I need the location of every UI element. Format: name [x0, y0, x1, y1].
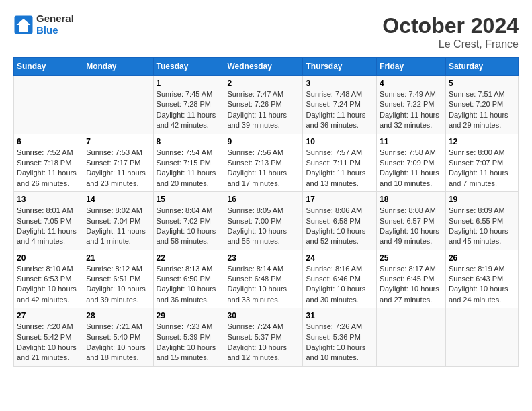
- calendar-table: SundayMondayTuesdayWednesdayThursdayFrid…: [13, 57, 519, 367]
- day-info: Sunrise: 7:21 AM Sunset: 5:40 PM Dayligh…: [86, 322, 150, 363]
- calendar-cell: 17Sunrise: 8:06 AM Sunset: 6:58 PM Dayli…: [303, 192, 377, 250]
- header-day-monday: Monday: [83, 58, 153, 76]
- day-number: 24: [306, 253, 373, 263]
- day-info: Sunrise: 8:04 AM Sunset: 7:02 PM Dayligh…: [157, 205, 222, 247]
- month-title-block: October 2024 Le Crest, France: [382, 13, 519, 50]
- calendar-cell: 8Sunrise: 7:54 AM Sunset: 7:15 PM Daylig…: [153, 134, 224, 192]
- day-number: 22: [157, 253, 222, 263]
- day-info: Sunrise: 8:16 AM Sunset: 6:46 PM Dayligh…: [306, 264, 373, 306]
- day-number: 6: [17, 137, 80, 146]
- calendar-cell: [377, 308, 446, 367]
- calendar-cell: 27Sunrise: 7:20 AM Sunset: 5:42 PM Dayli…: [14, 308, 83, 367]
- logo-text-line2: Blue: [36, 25, 74, 36]
- calendar-cell: 16Sunrise: 8:05 AM Sunset: 7:00 PM Dayli…: [224, 192, 303, 250]
- day-number: 28: [86, 311, 150, 320]
- calendar-cell: 23Sunrise: 8:14 AM Sunset: 6:48 PM Dayli…: [224, 250, 303, 308]
- calendar-cell: 2Sunrise: 7:47 AM Sunset: 7:26 PM Daylig…: [224, 76, 303, 134]
- calendar-cell: 4Sunrise: 7:49 AM Sunset: 7:22 PM Daylig…: [377, 76, 446, 134]
- header-day-saturday: Saturday: [445, 58, 518, 76]
- day-number: 11: [380, 137, 443, 146]
- calendar-cell: [445, 308, 518, 367]
- day-info: Sunrise: 8:05 AM Sunset: 7:00 PM Dayligh…: [227, 205, 300, 247]
- calendar-cell: 5Sunrise: 7:51 AM Sunset: 7:20 PM Daylig…: [445, 76, 518, 134]
- calendar-cell: 12Sunrise: 8:00 AM Sunset: 7:07 PM Dayli…: [445, 134, 518, 192]
- calendar-week-row: 1Sunrise: 7:45 AM Sunset: 7:28 PM Daylig…: [14, 76, 519, 134]
- day-number: 13: [17, 195, 80, 204]
- calendar-week-row: 6Sunrise: 7:52 AM Sunset: 7:18 PM Daylig…: [14, 134, 519, 192]
- day-info: Sunrise: 8:09 AM Sunset: 6:55 PM Dayligh…: [449, 205, 515, 247]
- calendar-cell: 29Sunrise: 7:23 AM Sunset: 5:39 PM Dayli…: [153, 308, 224, 367]
- day-info: Sunrise: 7:45 AM Sunset: 7:28 PM Dayligh…: [157, 89, 222, 131]
- day-number: 5: [449, 79, 515, 88]
- day-info: Sunrise: 8:00 AM Sunset: 7:07 PM Dayligh…: [449, 148, 515, 189]
- day-number: 10: [306, 137, 373, 146]
- page-header: General Blue October 2024 Le Crest, Fran…: [13, 13, 519, 50]
- day-number: 29: [157, 311, 222, 320]
- calendar-cell: 13Sunrise: 8:01 AM Sunset: 7:05 PM Dayli…: [14, 192, 83, 250]
- day-info: Sunrise: 7:51 AM Sunset: 7:20 PM Dayligh…: [449, 89, 515, 131]
- calendar-week-row: 27Sunrise: 7:20 AM Sunset: 5:42 PM Dayli…: [14, 308, 519, 367]
- day-info: Sunrise: 7:58 AM Sunset: 7:09 PM Dayligh…: [380, 148, 443, 189]
- day-number: 16: [227, 195, 300, 204]
- day-number: 15: [157, 195, 222, 204]
- day-info: Sunrise: 7:20 AM Sunset: 5:42 PM Dayligh…: [17, 322, 80, 363]
- calendar-cell: 30Sunrise: 7:24 AM Sunset: 5:37 PM Dayli…: [224, 308, 303, 367]
- day-number: 18: [380, 195, 443, 204]
- day-info: Sunrise: 8:14 AM Sunset: 6:48 PM Dayligh…: [227, 264, 300, 306]
- day-number: 30: [227, 311, 300, 320]
- header-day-thursday: Thursday: [303, 58, 377, 76]
- day-number: 14: [86, 195, 150, 204]
- calendar-cell: [14, 76, 83, 134]
- logo: General Blue: [13, 13, 74, 36]
- day-info: Sunrise: 7:56 AM Sunset: 7:13 PM Dayligh…: [227, 148, 300, 189]
- month-title: October 2024: [382, 13, 519, 38]
- day-info: Sunrise: 7:49 AM Sunset: 7:22 PM Dayligh…: [380, 89, 443, 131]
- calendar-cell: 28Sunrise: 7:21 AM Sunset: 5:40 PM Dayli…: [83, 308, 153, 367]
- calendar-cell: 25Sunrise: 8:17 AM Sunset: 6:45 PM Dayli…: [377, 250, 446, 308]
- calendar-cell: [83, 76, 153, 134]
- day-number: 26: [449, 253, 515, 263]
- calendar-cell: 10Sunrise: 7:57 AM Sunset: 7:11 PM Dayli…: [303, 134, 377, 192]
- calendar-cell: 3Sunrise: 7:48 AM Sunset: 7:24 PM Daylig…: [303, 76, 377, 134]
- day-info: Sunrise: 8:08 AM Sunset: 6:57 PM Dayligh…: [380, 205, 443, 247]
- logo-text-line1: General: [36, 13, 74, 25]
- day-number: 31: [306, 311, 373, 320]
- day-info: Sunrise: 8:06 AM Sunset: 6:58 PM Dayligh…: [306, 205, 373, 247]
- calendar-cell: 14Sunrise: 8:02 AM Sunset: 7:04 PM Dayli…: [83, 192, 153, 250]
- calendar-cell: 20Sunrise: 8:10 AM Sunset: 6:53 PM Dayli…: [14, 250, 83, 308]
- location-subtitle: Le Crest, France: [382, 38, 519, 50]
- calendar-cell: 1Sunrise: 7:45 AM Sunset: 7:28 PM Daylig…: [153, 76, 224, 134]
- day-info: Sunrise: 8:01 AM Sunset: 7:05 PM Dayligh…: [17, 205, 80, 247]
- day-info: Sunrise: 8:12 AM Sunset: 6:51 PM Dayligh…: [86, 264, 150, 306]
- header-day-wednesday: Wednesday: [224, 58, 303, 76]
- day-number: 4: [380, 79, 443, 88]
- day-number: 27: [17, 311, 80, 320]
- calendar-week-row: 20Sunrise: 8:10 AM Sunset: 6:53 PM Dayli…: [14, 250, 519, 308]
- calendar-cell: 9Sunrise: 7:56 AM Sunset: 7:13 PM Daylig…: [224, 134, 303, 192]
- day-number: 25: [380, 253, 443, 263]
- day-info: Sunrise: 7:26 AM Sunset: 5:36 PM Dayligh…: [306, 322, 373, 363]
- calendar-cell: 15Sunrise: 8:04 AM Sunset: 7:02 PM Dayli…: [153, 192, 224, 250]
- calendar-header-row: SundayMondayTuesdayWednesdayThursdayFrid…: [14, 58, 519, 76]
- calendar-cell: 7Sunrise: 7:53 AM Sunset: 7:17 PM Daylig…: [83, 134, 153, 192]
- day-info: Sunrise: 8:17 AM Sunset: 6:45 PM Dayligh…: [380, 264, 443, 306]
- day-info: Sunrise: 8:19 AM Sunset: 6:43 PM Dayligh…: [449, 264, 515, 306]
- header-day-sunday: Sunday: [14, 58, 83, 76]
- day-info: Sunrise: 7:23 AM Sunset: 5:39 PM Dayligh…: [157, 322, 222, 363]
- calendar-cell: 18Sunrise: 8:08 AM Sunset: 6:57 PM Dayli…: [377, 192, 446, 250]
- day-number: 2: [227, 79, 300, 88]
- day-number: 1: [157, 79, 222, 88]
- calendar-cell: 24Sunrise: 8:16 AM Sunset: 6:46 PM Dayli…: [303, 250, 377, 308]
- day-number: 23: [227, 253, 300, 263]
- day-number: 9: [227, 137, 300, 146]
- calendar-cell: 26Sunrise: 8:19 AM Sunset: 6:43 PM Dayli…: [445, 250, 518, 308]
- day-info: Sunrise: 7:52 AM Sunset: 7:18 PM Dayligh…: [17, 148, 80, 189]
- day-info: Sunrise: 7:54 AM Sunset: 7:15 PM Dayligh…: [157, 148, 222, 189]
- day-info: Sunrise: 7:48 AM Sunset: 7:24 PM Dayligh…: [306, 89, 373, 131]
- day-info: Sunrise: 7:47 AM Sunset: 7:26 PM Dayligh…: [227, 89, 300, 131]
- header-day-tuesday: Tuesday: [153, 58, 224, 76]
- calendar-cell: 22Sunrise: 8:13 AM Sunset: 6:50 PM Dayli…: [153, 250, 224, 308]
- header-day-friday: Friday: [377, 58, 446, 76]
- day-info: Sunrise: 8:02 AM Sunset: 7:04 PM Dayligh…: [86, 205, 150, 247]
- day-info: Sunrise: 7:53 AM Sunset: 7:17 PM Dayligh…: [86, 148, 150, 189]
